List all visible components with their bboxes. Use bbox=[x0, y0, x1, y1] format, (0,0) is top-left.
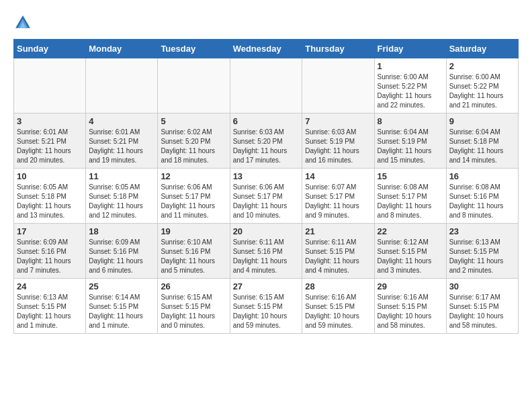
day-number: 13 bbox=[233, 171, 300, 181]
day-number: 5 bbox=[161, 116, 226, 126]
day-info: Sunrise: 6:16 AM Sunset: 5:15 PM Dayligh… bbox=[378, 293, 443, 330]
day-number: 17 bbox=[17, 226, 83, 236]
day-number: 6 bbox=[233, 116, 300, 126]
calendar-cell: 13Sunrise: 6:06 AM Sunset: 5:17 PM Dayli… bbox=[230, 169, 302, 224]
logo-icon bbox=[13, 13, 32, 32]
calendar-week-row: 24Sunrise: 6:13 AM Sunset: 5:15 PM Dayli… bbox=[14, 279, 519, 334]
calendar-cell bbox=[14, 58, 86, 113]
calendar-cell: 9Sunrise: 6:04 AM Sunset: 5:18 PM Daylig… bbox=[446, 113, 518, 169]
day-number: 11 bbox=[89, 171, 154, 181]
day-info: Sunrise: 6:14 AM Sunset: 5:15 PM Dayligh… bbox=[89, 293, 154, 330]
day-info: Sunrise: 6:01 AM Sunset: 5:21 PM Dayligh… bbox=[89, 128, 154, 165]
day-info: Sunrise: 6:05 AM Sunset: 5:18 PM Dayligh… bbox=[17, 183, 83, 220]
day-info: Sunrise: 6:04 AM Sunset: 5:18 PM Dayligh… bbox=[449, 128, 515, 165]
day-number: 21 bbox=[305, 226, 371, 236]
day-number: 9 bbox=[449, 116, 515, 126]
weekday-header-monday: Monday bbox=[86, 40, 158, 58]
day-number: 20 bbox=[233, 226, 300, 236]
calendar-cell: 2Sunrise: 6:00 AM Sunset: 5:22 PM Daylig… bbox=[446, 58, 518, 113]
day-info: Sunrise: 6:03 AM Sunset: 5:20 PM Dayligh… bbox=[233, 128, 300, 165]
day-info: Sunrise: 6:11 AM Sunset: 5:15 PM Dayligh… bbox=[305, 238, 371, 275]
calendar-week-row: 3Sunrise: 6:01 AM Sunset: 5:21 PM Daylig… bbox=[14, 113, 519, 169]
day-number: 23 bbox=[449, 226, 515, 236]
day-number: 18 bbox=[89, 226, 154, 236]
calendar-cell: 29Sunrise: 6:16 AM Sunset: 5:15 PM Dayli… bbox=[374, 279, 446, 334]
day-number: 25 bbox=[89, 281, 154, 291]
day-info: Sunrise: 6:01 AM Sunset: 5:21 PM Dayligh… bbox=[17, 128, 83, 165]
day-info: Sunrise: 6:17 AM Sunset: 5:15 PM Dayligh… bbox=[449, 293, 515, 330]
calendar-cell: 28Sunrise: 6:16 AM Sunset: 5:15 PM Dayli… bbox=[302, 279, 374, 334]
calendar-cell: 14Sunrise: 6:07 AM Sunset: 5:17 PM Dayli… bbox=[302, 169, 374, 224]
day-info: Sunrise: 6:15 AM Sunset: 5:15 PM Dayligh… bbox=[233, 293, 300, 330]
calendar-cell: 16Sunrise: 6:08 AM Sunset: 5:16 PM Dayli… bbox=[446, 169, 518, 224]
calendar-cell: 18Sunrise: 6:09 AM Sunset: 5:16 PM Dayli… bbox=[86, 224, 158, 279]
day-number: 1 bbox=[378, 61, 443, 71]
calendar-cell: 1Sunrise: 6:00 AM Sunset: 5:22 PM Daylig… bbox=[374, 58, 446, 113]
day-number: 12 bbox=[161, 171, 226, 181]
day-info: Sunrise: 6:04 AM Sunset: 5:19 PM Dayligh… bbox=[378, 128, 443, 165]
day-info: Sunrise: 6:08 AM Sunset: 5:17 PM Dayligh… bbox=[378, 183, 443, 220]
weekday-header-friday: Friday bbox=[374, 40, 446, 58]
day-info: Sunrise: 6:06 AM Sunset: 5:17 PM Dayligh… bbox=[161, 183, 226, 220]
day-info: Sunrise: 6:05 AM Sunset: 5:18 PM Dayligh… bbox=[89, 183, 154, 220]
day-number: 19 bbox=[161, 226, 226, 236]
calendar-cell: 11Sunrise: 6:05 AM Sunset: 5:18 PM Dayli… bbox=[86, 169, 158, 224]
calendar-cell: 8Sunrise: 6:04 AM Sunset: 5:19 PM Daylig… bbox=[374, 113, 446, 169]
day-number: 24 bbox=[17, 281, 83, 291]
calendar-week-row: 17Sunrise: 6:09 AM Sunset: 5:16 PM Dayli… bbox=[14, 224, 519, 279]
day-info: Sunrise: 6:02 AM Sunset: 5:20 PM Dayligh… bbox=[161, 128, 226, 165]
calendar-cell: 27Sunrise: 6:15 AM Sunset: 5:15 PM Dayli… bbox=[230, 279, 302, 334]
page-header bbox=[13, 13, 519, 32]
calendar-week-row: 10Sunrise: 6:05 AM Sunset: 5:18 PM Dayli… bbox=[14, 169, 519, 224]
day-info: Sunrise: 6:07 AM Sunset: 5:17 PM Dayligh… bbox=[305, 183, 371, 220]
logo bbox=[13, 13, 35, 32]
day-number: 10 bbox=[17, 171, 83, 181]
calendar-cell bbox=[86, 58, 158, 113]
calendar-cell: 21Sunrise: 6:11 AM Sunset: 5:15 PM Dayli… bbox=[302, 224, 374, 279]
day-info: Sunrise: 6:16 AM Sunset: 5:15 PM Dayligh… bbox=[305, 293, 371, 330]
day-number: 7 bbox=[305, 116, 371, 126]
day-number: 30 bbox=[449, 281, 515, 291]
weekday-header-wednesday: Wednesday bbox=[230, 40, 302, 58]
calendar-header-row: SundayMondayTuesdayWednesdayThursdayFrid… bbox=[14, 40, 519, 58]
weekday-header-saturday: Saturday bbox=[446, 40, 518, 58]
day-number: 26 bbox=[161, 281, 226, 291]
day-number: 15 bbox=[378, 171, 443, 181]
calendar-cell: 24Sunrise: 6:13 AM Sunset: 5:15 PM Dayli… bbox=[14, 279, 86, 334]
day-info: Sunrise: 6:10 AM Sunset: 5:16 PM Dayligh… bbox=[161, 238, 226, 275]
day-number: 8 bbox=[378, 116, 443, 126]
day-info: Sunrise: 6:00 AM Sunset: 5:22 PM Dayligh… bbox=[378, 73, 443, 110]
calendar-cell: 3Sunrise: 6:01 AM Sunset: 5:21 PM Daylig… bbox=[14, 113, 86, 169]
weekday-header-tuesday: Tuesday bbox=[158, 40, 230, 58]
day-info: Sunrise: 6:09 AM Sunset: 5:16 PM Dayligh… bbox=[17, 238, 83, 275]
day-number: 27 bbox=[233, 281, 300, 291]
calendar-cell: 12Sunrise: 6:06 AM Sunset: 5:17 PM Dayli… bbox=[158, 169, 230, 224]
day-info: Sunrise: 6:03 AM Sunset: 5:19 PM Dayligh… bbox=[305, 128, 371, 165]
calendar-cell: 22Sunrise: 6:12 AM Sunset: 5:15 PM Dayli… bbox=[374, 224, 446, 279]
day-info: Sunrise: 6:08 AM Sunset: 5:16 PM Dayligh… bbox=[449, 183, 515, 220]
calendar-cell: 17Sunrise: 6:09 AM Sunset: 5:16 PM Dayli… bbox=[14, 224, 86, 279]
day-info: Sunrise: 6:13 AM Sunset: 5:15 PM Dayligh… bbox=[449, 238, 515, 275]
calendar-cell: 10Sunrise: 6:05 AM Sunset: 5:18 PM Dayli… bbox=[14, 169, 86, 224]
day-number: 22 bbox=[378, 226, 443, 236]
day-info: Sunrise: 6:15 AM Sunset: 5:15 PM Dayligh… bbox=[161, 293, 226, 330]
calendar-cell: 23Sunrise: 6:13 AM Sunset: 5:15 PM Dayli… bbox=[446, 224, 518, 279]
day-info: Sunrise: 6:12 AM Sunset: 5:15 PM Dayligh… bbox=[378, 238, 443, 275]
day-number: 3 bbox=[17, 116, 83, 126]
day-number: 2 bbox=[449, 61, 515, 71]
day-info: Sunrise: 6:00 AM Sunset: 5:22 PM Dayligh… bbox=[449, 73, 515, 110]
calendar-cell: 6Sunrise: 6:03 AM Sunset: 5:20 PM Daylig… bbox=[230, 113, 302, 169]
calendar-week-row: 1Sunrise: 6:00 AM Sunset: 5:22 PM Daylig… bbox=[14, 58, 519, 113]
calendar-cell bbox=[302, 58, 374, 113]
calendar-cell: 15Sunrise: 6:08 AM Sunset: 5:17 PM Dayli… bbox=[374, 169, 446, 224]
calendar-cell: 20Sunrise: 6:11 AM Sunset: 5:16 PM Dayli… bbox=[230, 224, 302, 279]
day-number: 28 bbox=[305, 281, 371, 291]
day-number: 16 bbox=[449, 171, 515, 181]
calendar-cell: 19Sunrise: 6:10 AM Sunset: 5:16 PM Dayli… bbox=[158, 224, 230, 279]
day-number: 29 bbox=[378, 281, 443, 291]
calendar-cell: 5Sunrise: 6:02 AM Sunset: 5:20 PM Daylig… bbox=[158, 113, 230, 169]
calendar-cell: 7Sunrise: 6:03 AM Sunset: 5:19 PM Daylig… bbox=[302, 113, 374, 169]
calendar-cell: 30Sunrise: 6:17 AM Sunset: 5:15 PM Dayli… bbox=[446, 279, 518, 334]
day-info: Sunrise: 6:06 AM Sunset: 5:17 PM Dayligh… bbox=[233, 183, 300, 220]
day-number: 14 bbox=[305, 171, 371, 181]
